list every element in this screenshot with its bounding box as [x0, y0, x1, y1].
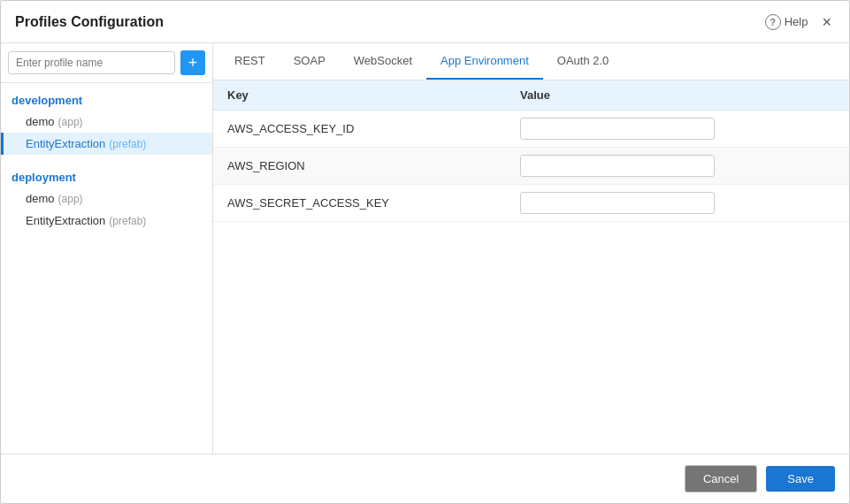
value-input-aws-access-key-id[interactable] — [520, 118, 715, 140]
footer: Cancel Save — [1, 454, 849, 503]
value-input-aws-region[interactable] — [520, 155, 715, 177]
tab-app-environment[interactable]: App Environment — [426, 43, 543, 80]
tab-oauth2[interactable]: OAuth 2.0 — [543, 43, 624, 80]
title-bar: Profiles Configuration ? Help × — [1, 1, 849, 43]
tab-rest[interactable]: REST — [220, 43, 280, 80]
sidebar-item-name: demo — [26, 115, 55, 128]
help-icon: ? — [765, 14, 781, 30]
profiles-configuration-dialog: Profiles Configuration ? Help × + develo… — [0, 0, 850, 504]
sidebar-item-type: (prefab) — [109, 138, 146, 150]
profile-name-input[interactable] — [8, 51, 175, 74]
dialog-title: Profiles Configuration — [15, 14, 164, 30]
env-table: Key Value AWS_ACCESS_KEY_ID AWS_REGIO — [213, 80, 849, 222]
key-cell: AWS_REGION — [213, 148, 506, 185]
table-row: AWS_ACCESS_KEY_ID — [213, 111, 849, 148]
value-input-aws-secret-access-key[interactable] — [520, 192, 715, 214]
sidebar-item-type: (app) — [58, 193, 83, 205]
sidebar-group-deployment: deployment demo (app) EntityExtraction (… — [1, 160, 212, 237]
content-area: REST SOAP WebSocket App Environment OAut… — [213, 43, 849, 454]
col-key-header: Key — [213, 80, 506, 111]
table-row: AWS_REGION — [213, 148, 849, 185]
title-bar-left: Profiles Configuration — [15, 14, 164, 30]
sidebar-item-name: demo — [26, 192, 55, 205]
main-content: + development demo (app) EntityExtractio… — [1, 43, 849, 454]
sidebar: + development demo (app) EntityExtractio… — [1, 43, 213, 454]
add-profile-button[interactable]: + — [180, 50, 205, 75]
table-row: AWS_SECRET_ACCESS_KEY — [213, 185, 849, 222]
sidebar-item-type: (app) — [58, 116, 83, 128]
col-value-header: Value — [506, 80, 849, 111]
sidebar-item-deployment-demo[interactable]: demo (app) — [1, 187, 212, 210]
key-cell: AWS_SECRET_ACCESS_KEY — [213, 185, 506, 222]
close-button[interactable]: × — [818, 12, 835, 32]
value-cell — [506, 148, 849, 185]
table-header-row: Key Value — [213, 80, 849, 111]
sidebar-item-development-demo[interactable]: demo (app) — [1, 111, 212, 133]
tab-websocket[interactable]: WebSocket — [340, 43, 426, 80]
sidebar-item-deployment-entityextraction[interactable]: EntityExtraction (prefab) — [1, 210, 212, 232]
title-bar-right: ? Help × — [765, 12, 835, 32]
tabs-bar: REST SOAP WebSocket App Environment OAut… — [213, 43, 849, 80]
sidebar-input-row: + — [1, 43, 212, 83]
help-button[interactable]: ? Help — [765, 14, 808, 30]
help-label: Help — [785, 15, 808, 28]
cancel-button[interactable]: Cancel — [685, 465, 757, 493]
group-label-deployment: deployment — [1, 165, 212, 187]
group-label-development: development — [1, 88, 212, 111]
table-container: Key Value AWS_ACCESS_KEY_ID AWS_REGIO — [213, 80, 849, 454]
tab-soap[interactable]: SOAP — [280, 43, 340, 80]
sidebar-item-type: (prefab) — [109, 215, 146, 227]
value-cell — [506, 111, 849, 148]
key-cell: AWS_ACCESS_KEY_ID — [213, 111, 506, 148]
sidebar-group-development: development demo (app) EntityExtraction … — [1, 83, 212, 160]
save-button[interactable]: Save — [766, 466, 835, 492]
sidebar-item-name: EntityExtraction — [26, 137, 105, 150]
value-cell — [506, 185, 849, 222]
sidebar-item-development-entityextraction[interactable]: EntityExtraction (prefab) — [1, 133, 212, 155]
sidebar-item-name: EntityExtraction — [26, 214, 105, 227]
